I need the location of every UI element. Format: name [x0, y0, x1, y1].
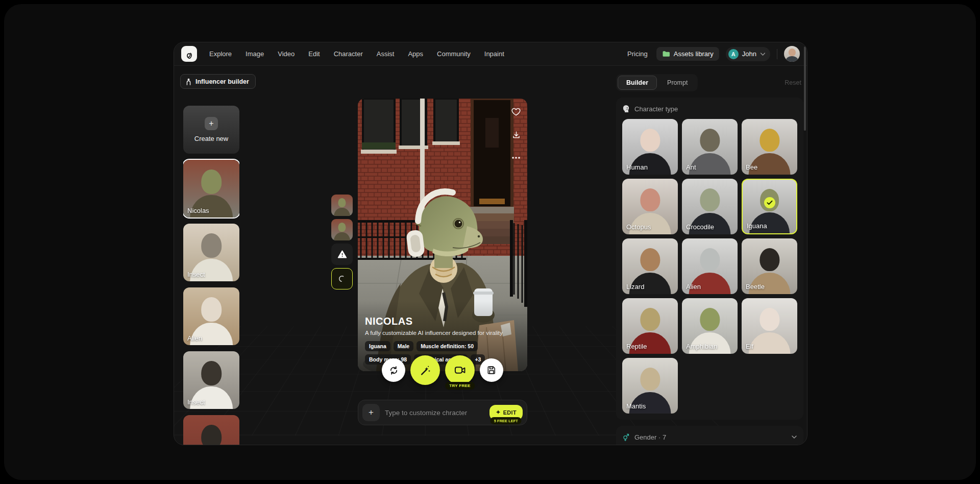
sidebar-item-alien[interactable]: Alien: [183, 287, 239, 345]
variation-thumb-1[interactable]: [331, 195, 353, 216]
person-icon: [185, 78, 192, 85]
assets-library-button[interactable]: Assets library: [656, 47, 719, 61]
app-logo[interactable]: [181, 46, 197, 62]
nav-divider: [777, 49, 777, 59]
character-sidebar: + Create new Nicolas Insect Alien Insect…: [183, 106, 239, 445]
type-card-label: Mantis: [626, 402, 646, 410]
folder-icon: [662, 50, 670, 58]
nav-item-edit[interactable]: Edit: [308, 50, 320, 58]
type-card-crocodile[interactable]: Crocodile: [682, 179, 738, 234]
tab-builder[interactable]: Builder: [618, 76, 657, 90]
logo-scribble-icon: [184, 49, 194, 59]
window-scrollbar[interactable]: [804, 46, 806, 131]
type-card-label: Elf: [746, 343, 753, 350]
type-card-bee[interactable]: Bee: [742, 119, 797, 175]
gender-card: Gender · 7 Female Male Trans man: [616, 426, 803, 445]
variation-stack: [331, 195, 353, 289]
nav-item-explore[interactable]: Explore: [209, 50, 232, 58]
type-card-lizard[interactable]: Lizard: [622, 238, 678, 294]
type-card-iguana[interactable]: Iguana: [742, 179, 797, 234]
customize-input[interactable]: [385, 409, 484, 417]
type-card-octopus[interactable]: Octopus: [622, 179, 678, 234]
sidebar-item-insect-1[interactable]: Insect: [183, 224, 239, 281]
type-card-ant[interactable]: Ant: [682, 119, 738, 175]
warning-button[interactable]: [331, 244, 353, 265]
warning-icon: [337, 250, 347, 259]
type-card-reptile[interactable]: Reptile: [622, 298, 678, 354]
tab-prompt[interactable]: Prompt: [658, 76, 696, 90]
tag-muscle: Muscle definition: 50: [416, 341, 478, 351]
magic-edit-button[interactable]: [410, 355, 440, 385]
reset-button[interactable]: Reset: [785, 79, 803, 86]
video-button[interactable]: TRY FREE: [445, 355, 475, 385]
influencer-builder-label: Influencer builder: [195, 78, 249, 85]
type-card-label: Beetle: [746, 283, 765, 291]
wand-icon: [419, 364, 432, 377]
sidebar-item-label: Insect: [187, 398, 205, 406]
character-name: NICOLAS: [365, 316, 520, 327]
user-name: John: [742, 50, 756, 58]
save-button[interactable]: [480, 358, 503, 382]
top-navbar: Explore Image Video Edit Character Assis…: [174, 42, 807, 66]
nav-item-assist[interactable]: Assist: [377, 50, 395, 58]
attach-button[interactable]: +: [362, 404, 380, 421]
desktop-background: Explore Image Video Edit Character Assis…: [4, 4, 976, 480]
character-head-icon: [622, 105, 630, 113]
type-card-label: Bee: [746, 163, 757, 171]
nav-item-video[interactable]: Video: [278, 50, 295, 58]
more-options-icon[interactable]: [510, 152, 522, 163]
type-card-label: Reptile: [626, 343, 647, 350]
nav-item-apps[interactable]: Apps: [408, 50, 423, 58]
workspace-badge: A: [728, 49, 739, 59]
type-card-amphibian[interactable]: Amphibian: [682, 298, 738, 354]
sparkle-icon: [496, 410, 501, 415]
collapse-section-icon[interactable]: [791, 435, 797, 439]
assets-library-label: Assets library: [674, 50, 714, 58]
hero-icon-stack: [510, 106, 522, 163]
builder-panel: Builder Prompt Reset Character type Huma…: [616, 74, 803, 445]
type-card-mantis[interactable]: Mantis: [622, 358, 678, 414]
panel-tabs: Builder Prompt Reset: [616, 74, 803, 91]
nav-item-community[interactable]: Community: [437, 50, 471, 58]
tag-species: Iguana: [365, 341, 390, 351]
credits-left-badge: 5 FREE LEFT: [491, 417, 522, 424]
create-new-button[interactable]: + Create new: [183, 106, 239, 154]
sidebar-item-nicolas[interactable]: Nicolas: [183, 160, 239, 217]
type-card-label: Human: [626, 163, 648, 171]
nav-item-character[interactable]: Character: [334, 50, 363, 58]
sidebar-item-label: Insect: [187, 271, 205, 278]
favorite-icon[interactable]: [510, 106, 522, 117]
sidebar-item-insect-2[interactable]: Insect: [183, 351, 239, 409]
nav-item-inpaint[interactable]: Inpaint: [484, 50, 504, 58]
sidebar-item-label: Nicolas: [187, 207, 209, 214]
customize-composer: + EDIT 5 FREE LEFT: [358, 400, 527, 425]
influencer-builder-badge[interactable]: Influencer builder: [180, 74, 256, 89]
user-avatar[interactable]: [784, 46, 800, 62]
variation-thumb-2[interactable]: [331, 219, 353, 240]
edit-button-label: EDIT: [503, 409, 517, 416]
type-card-human[interactable]: Human: [622, 119, 678, 175]
gender-icon: [622, 433, 630, 442]
create-new-label: Create new: [194, 135, 228, 142]
character-type-card: Character type Human Ant Bee Octopus Cro…: [616, 98, 803, 420]
save-icon: [486, 365, 497, 375]
sidebar-item-insect-3[interactable]: Insect: [183, 415, 239, 445]
character-description: A fully customizable AI influencer desig…: [365, 330, 520, 336]
generating-button[interactable]: [331, 268, 353, 289]
nav-item-image[interactable]: Image: [246, 50, 264, 58]
type-card-alien[interactable]: Alien: [682, 238, 738, 294]
app-window: Explore Image Video Edit Character Assis…: [174, 42, 807, 445]
type-card-label: Iguana: [747, 222, 767, 230]
type-card-elf[interactable]: Elf: [742, 298, 797, 354]
user-menu[interactable]: A John: [726, 47, 770, 61]
pricing-link[interactable]: Pricing: [627, 50, 648, 58]
edit-button-wrap: EDIT 5 FREE LEFT: [489, 405, 523, 420]
gender-header: Gender · 7: [622, 432, 797, 442]
type-card-beetle[interactable]: Beetle: [742, 238, 797, 294]
character-preview: NICOLAS A fully customizable AI influenc…: [358, 99, 527, 371]
try-free-badge: TRY FREE: [445, 382, 475, 390]
regenerate-button[interactable]: [382, 358, 405, 382]
download-icon[interactable]: [510, 129, 522, 140]
character-type-header: Character type: [622, 104, 797, 114]
tabs-pill: Builder Prompt: [616, 74, 698, 91]
